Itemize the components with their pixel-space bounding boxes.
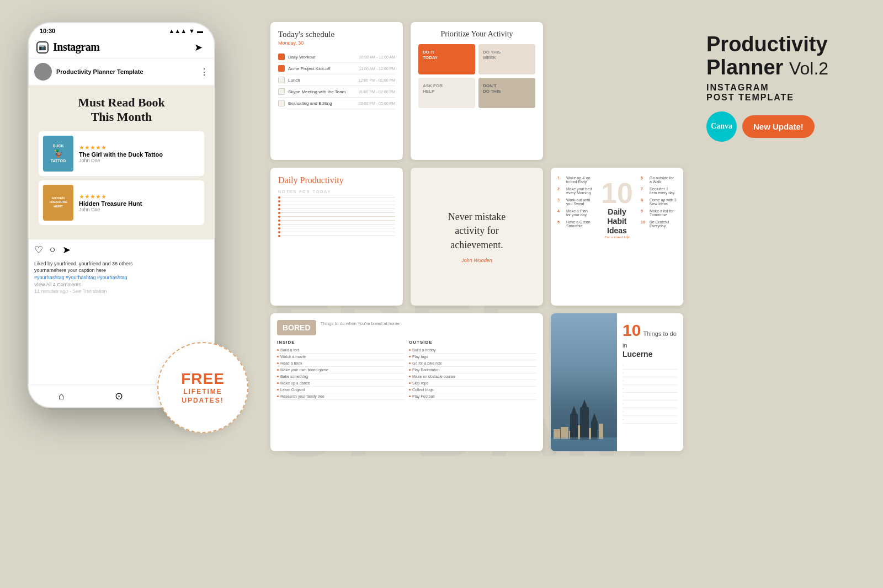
signal-icon: ▲▲▲ — [168, 28, 187, 34]
quote-text: Never mistake activity for achievement. — [448, 210, 506, 252]
lucerne-water — [551, 437, 617, 451]
share-icon[interactable]: ➤ — [62, 244, 71, 256]
lucerne-number: 10 — [623, 321, 641, 339]
bored-header: BORED Things to do when You're bored at … — [277, 320, 536, 335]
schedule-date: Monday, 30 — [278, 40, 395, 46]
instagram-logo: Instagram — [53, 41, 99, 54]
daily-title: Daily Productivity — [278, 175, 395, 185]
book2-stars: ★★★★★ — [79, 193, 200, 200]
card-daily-productivity: Daily Productivity NOTES FOR TODAY — [270, 168, 403, 306]
phone-status-bar: 10:30 ▲▲▲ ▼ ▬ — [29, 23, 214, 36]
phone-time: 10:30 — [40, 28, 55, 34]
bored-outside-col: OUTSIDE Build a hobby Play tags Go for a… — [409, 340, 536, 400]
home-nav-icon[interactable]: ⌂ — [58, 391, 65, 402]
like-icon[interactable]: ♡ — [34, 244, 43, 256]
battery-icon: ▬ — [197, 28, 203, 34]
bored-columns: INSIDE Build a fort Watch a movie Read a… — [277, 340, 536, 400]
bored-inside-col: INSIDE Build a fort Watch a movie Read a… — [277, 340, 405, 400]
profile-avatar — [34, 63, 52, 81]
brand-title: Productivity Planner Vol.2 — [706, 33, 861, 79]
book2-title: Hidden Treasure Hunt — [79, 200, 200, 207]
check-2 — [278, 65, 285, 72]
check-5 — [278, 100, 285, 106]
bored-outside-label: OUTSIDE — [409, 340, 536, 345]
free-lifetime-circle: FREE LIFETIME UPDATES! — [157, 342, 248, 433]
search-nav-icon[interactable]: ⊙ — [115, 390, 123, 402]
profile-bar: Productivity Planner Template ⋮ — [29, 58, 214, 85]
post-caption: Liked by yourfriend, yourfriend and 36 o… — [29, 258, 214, 298]
check-3 — [278, 77, 285, 83]
bored-subtitle: Things to do when You're bored at home — [321, 320, 400, 327]
schedule-item-1: Daily Workout 10:00 AM - 11:00 AM — [278, 51, 395, 63]
schedule-items: Daily Workout 10:00 AM - 11:00 AM Acme P… — [278, 51, 395, 109]
habit-list-left: 1Wake up & go to bed Early 2Make your be… — [557, 174, 593, 299]
free-text-main: FREE — [181, 370, 225, 388]
time-ago: 11 minutes ago · See Translation — [34, 288, 209, 295]
quote-author: John Wooden — [461, 258, 492, 263]
bored-title-box: BORED — [277, 320, 316, 335]
instagram-header: 📷 Instagram ➤ — [29, 36, 214, 58]
schedule-item-5: Evaluating and Editing 03:00 PM - 05:00 … — [278, 98, 395, 109]
card-schedule: Today's schedule Monday, 30 Daily Workou… — [270, 22, 403, 160]
wifi-icon: ▼ — [189, 28, 195, 34]
bored-inside-label: INSIDE — [277, 340, 405, 345]
schedule-title: Today's schedule — [278, 30, 395, 39]
post-actions[interactable]: ♡ ○ ➤ — [29, 239, 214, 258]
priority-grid: DO ITTODAY DO THISWEEK ASK FORHELP DON'T… — [418, 44, 535, 108]
canva-logo: Canva — [706, 111, 737, 142]
notes-area: NOTES FOR TODAY — [278, 190, 395, 236]
habit-list-right: 6Go outside for a Walk 7Declutter 1 item… — [641, 174, 677, 299]
likes-text: Liked by yourfriend, yourfriend and 36 o… — [34, 260, 209, 268]
new-update-button[interactable]: New Update! — [742, 115, 815, 138]
card-quote: Never mistake activity for achievement. … — [411, 168, 543, 306]
priority-do-week: DO THISWEEK — [478, 44, 535, 74]
brand-section: Productivity Planner Vol.2 INSTAGRAM POS… — [706, 33, 861, 142]
book1-author: John Doe — [79, 158, 200, 163]
view-comments[interactable]: View All 4 Comments — [34, 281, 209, 288]
check-1 — [278, 54, 285, 60]
habit-title: Daily Habit Ideas — [600, 207, 634, 235]
free-text-sub: LIFETIME UPDATES! — [182, 388, 224, 405]
canva-badge: Canva New Update! — [706, 111, 861, 142]
notes-label: NOTES FOR TODAY — [278, 190, 395, 194]
send-icon[interactable]: ➤ — [194, 41, 206, 54]
camera-icon: 📷 — [36, 41, 49, 54]
schedule-item-2: Acme Project Kick-off 11:00 AM - 12:00 P… — [278, 63, 395, 74]
card-bored: BORED Things to do when You're bored at … — [270, 313, 543, 451]
book-cover-hidden: HIDDEN TREASURE HUNT — [43, 185, 73, 221]
lucerne-towers — [570, 407, 598, 440]
hashtags: #yourhashtag #yourhashtag #yourhashtag — [34, 274, 209, 281]
more-options-icon[interactable]: ⋮ — [200, 67, 209, 77]
card-habits: 1Wake up & go to bed Early 2Make your be… — [551, 168, 683, 306]
habit-big-number: 10 — [600, 179, 634, 207]
cards-grid: Today's schedule Monday, 30 Daily Workou… — [270, 22, 683, 451]
status-icons: ▲▲▲ ▼ ▬ — [168, 28, 203, 34]
caption-text: yournamehere your caption here — [34, 267, 209, 274]
book2-info: ★★★★★ Hidden Treasure Hunt John Doe — [79, 193, 200, 212]
card-lucerne: 10 Things to do in Lucerne · · · · · · ·… — [551, 313, 683, 451]
book1-title: The Girl with the Duck Tattoo — [79, 151, 200, 158]
profile-name: Productivity Planner Template — [56, 68, 195, 75]
prioritize-title: Prioritize Your Activity — [418, 30, 535, 39]
priority-ask-help: ASK FORHELP — [418, 78, 475, 108]
check-4 — [278, 88, 285, 95]
book-item-2: HIDDEN TREASURE HUNT ★★★★★ Hidden Treasu… — [39, 180, 204, 225]
priority-dont-do: DON'TDO THIS — [478, 78, 535, 108]
book-cover-duck: DUCK 🦆 TATTOO — [43, 136, 73, 172]
book1-stars: ★★★★★ — [79, 144, 200, 151]
schedule-item-3: Lunch 12:00 PM - 01:00 PM — [278, 74, 395, 86]
schedule-item-4: Skype Meeting with the Team 01:00 PM - 0… — [278, 86, 395, 98]
lucerne-content: 10 Things to do in Lucerne · · · · · · ·… — [617, 313, 683, 451]
book1-info: ★★★★★ The Girl with the Duck Tattoo John… — [79, 144, 200, 163]
lucerne-city: Lucerne — [623, 350, 678, 359]
habit-number-section: 10 Daily Habit Ideas For a Good Life — [598, 174, 636, 299]
book-item-1: DUCK 🦆 TATTOO ★★★★★ The Girl with the Du… — [39, 131, 204, 176]
brand-subtitle: INSTAGRAM POST TEMPLATE — [706, 83, 861, 103]
bored-title: BORED — [283, 323, 311, 332]
priority-do-today: DO ITTODAY — [418, 44, 475, 74]
post-title: Must Read Book This Month — [39, 95, 204, 125]
lucerne-photo — [551, 313, 617, 451]
post-content: Must Read Book This Month DUCK 🦆 TATTOO … — [29, 85, 214, 239]
lucerne-list: · · · · · · · · — [623, 362, 678, 424]
comment-icon[interactable]: ○ — [50, 244, 56, 256]
